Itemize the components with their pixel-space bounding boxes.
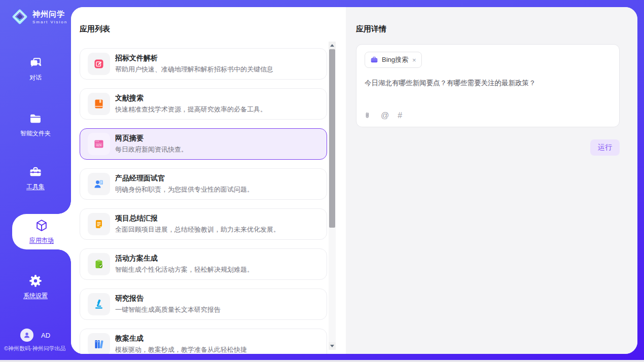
scrollbar-thumb[interactable] xyxy=(329,49,335,228)
app-description: 一键智能生成高质量长文本研究报告 xyxy=(115,305,221,314)
book-icon xyxy=(88,93,110,115)
app-list-scrollbar[interactable] xyxy=(329,42,336,350)
brand-subtitle: Smart Vision xyxy=(32,20,67,24)
brand-logo: 神州问学 Smart Vision xyxy=(10,7,67,26)
app-description: 全面回顾项目进展，总结经验教训，助力未来优化发展。 xyxy=(115,225,280,234)
main-content: 应用列表 招标文件解析 帮助用户快速、准确地理解和解析招标书中的关键信息 xyxy=(71,7,637,354)
app-name: 招标文件解析 xyxy=(115,54,273,63)
app-list-panel: 应用列表 招标文件解析 帮助用户快速、准确地理解和解析招标书中的关键信息 xyxy=(71,7,346,354)
app-card-pm-interviewer[interactable]: 产品经理面试官 明确身份和职责，为您提供专业性的面试问题。 xyxy=(80,168,327,200)
sidebar-item-settings[interactable]: 系统设置 xyxy=(0,274,71,300)
app-description: 明确身份和职责，为您提供专业性的面试问题。 xyxy=(115,185,254,194)
sidebar-item-smart-folder[interactable]: 智能文件夹 xyxy=(0,112,71,138)
cube-icon xyxy=(34,219,49,233)
triangle-up-icon xyxy=(330,44,334,47)
sidebar: 神州问学 Smart Vision 对话 智能文件夹 xyxy=(0,0,71,360)
sidebar-item-label: 系统设置 xyxy=(23,292,48,300)
app-detail-title: 应用详情 xyxy=(346,7,637,34)
app-card-event-plan[interactable]: 活动方案生成 智能生成个性化活动方案，轻松解决规划难题。 xyxy=(80,248,327,280)
svg-text:</>: </> xyxy=(96,143,102,147)
app-card-literature-search[interactable]: 文献搜索 快速精准查找学术资源，提高研究效率的必备工具。 xyxy=(80,88,327,120)
avatar xyxy=(20,329,33,342)
scrollbar-up-button[interactable] xyxy=(329,42,336,49)
toolbox-icon xyxy=(28,165,43,179)
sidebar-item-label: 应用市场 xyxy=(29,236,54,245)
sidebar-item-app-market[interactable]: 应用市场 xyxy=(12,214,71,249)
triangle-down-icon xyxy=(330,345,334,347)
sidebar-item-chat[interactable]: 对话 xyxy=(0,56,71,82)
app-description: 模板驱动，教案秒成，教学准备从此轻松快捷 xyxy=(115,345,247,354)
folder-icon xyxy=(28,112,43,126)
microscope-icon xyxy=(88,293,110,315)
tool-tag-label: Bing搜索 xyxy=(382,55,408,64)
sidebar-item-label: 工具集 xyxy=(26,183,45,191)
gear-icon xyxy=(28,274,43,288)
webpage-icon: </> xyxy=(88,133,110,155)
app-detail-panel: 应用详情 Bing搜索 × 今日湖北有哪些新闻要点？有哪些需要关注的最新政策？ xyxy=(346,7,637,354)
app-name: 教案生成 xyxy=(115,334,247,343)
app-card-bid-document-analysis[interactable]: 招标文件解析 帮助用户快速、准确地理解和解析招标书中的关键信息 xyxy=(80,48,327,80)
paperclip-icon[interactable] xyxy=(365,111,372,120)
run-button[interactable]: 运行 xyxy=(590,139,620,156)
copyright-footer: ©神州数码·神州问学出品 xyxy=(4,345,71,352)
app-frame: 神州问学 Smart Vision 对话 智能文件夹 xyxy=(0,0,644,360)
app-name: 项目总结汇报 xyxy=(115,214,280,223)
app-description: 每日政府新闻资讯快查。 xyxy=(115,145,188,154)
app-list: 招标文件解析 帮助用户快速、准确地理解和解析招标书中的关键信息 文献搜索 xyxy=(71,48,346,354)
tool-tag-bing-search[interactable]: Bing搜索 × xyxy=(365,52,422,68)
chat-icon xyxy=(28,56,43,70)
clipboard-check-icon xyxy=(88,253,110,275)
interviewer-icon xyxy=(88,173,110,195)
briefcase-icon xyxy=(370,56,378,64)
app-card-research-report[interactable]: 研究报告 一键智能生成高质量长文本研究报告 xyxy=(80,288,327,320)
app-name: 研究报告 xyxy=(115,294,221,303)
scrollbar-down-button[interactable] xyxy=(329,342,336,350)
hash-icon[interactable]: # xyxy=(398,112,402,120)
memo-icon xyxy=(88,213,110,235)
app-card-lesson-plan[interactable]: 教案生成 模板驱动，教案秒成，教学准备从此轻松快捷 xyxy=(80,329,327,354)
brand-name: 神州问学 xyxy=(32,10,67,19)
sidebar-item-toolset[interactable]: 工具集 xyxy=(0,165,71,191)
app-card-webpage-summary[interactable]: </> 网页摘要 每日政府新闻资讯快查。 xyxy=(80,128,327,160)
sidebar-item-label: 智能文件夹 xyxy=(20,129,51,138)
query-card: Bing搜索 × 今日湖北有哪些新闻要点？有哪些需要关注的最新政策？ @ # xyxy=(356,44,620,127)
mention-at-icon[interactable]: @ xyxy=(381,112,389,120)
app-name: 产品经理面试官 xyxy=(115,174,254,183)
app-description: 快速精准查找学术资源，提高研究效率的必备工具。 xyxy=(115,105,267,114)
diamond-logo-icon xyxy=(10,7,29,26)
scrollbar-track[interactable] xyxy=(329,49,336,342)
app-card-project-summary[interactable]: 项目总结汇报 全面回顾项目进展，总结经验教训，助力未来优化发展。 xyxy=(80,208,327,240)
page-bottom-strip xyxy=(0,360,644,362)
app-description: 帮助用户快速、准确地理解和解析招标书中的关键信息 xyxy=(115,65,273,74)
sidebar-item-label: 对话 xyxy=(29,74,42,82)
user-name: AD xyxy=(41,332,50,339)
edit-doc-icon xyxy=(88,53,110,75)
query-input[interactable]: 今日湖北有哪些新闻要点？有哪些需要关注的最新政策？ xyxy=(365,78,611,111)
close-icon[interactable]: × xyxy=(412,57,416,63)
user-account[interactable]: AD xyxy=(20,329,50,342)
app-name: 活动方案生成 xyxy=(115,254,254,263)
app-name: 网页摘要 xyxy=(115,134,188,143)
app-description: 智能生成个性化活动方案，轻松解决规划难题。 xyxy=(115,265,254,274)
attachment-toolbar: @ # xyxy=(365,111,611,120)
app-name: 文献搜索 xyxy=(115,94,267,103)
books-icon xyxy=(88,333,110,354)
app-list-title: 应用列表 xyxy=(71,7,346,34)
